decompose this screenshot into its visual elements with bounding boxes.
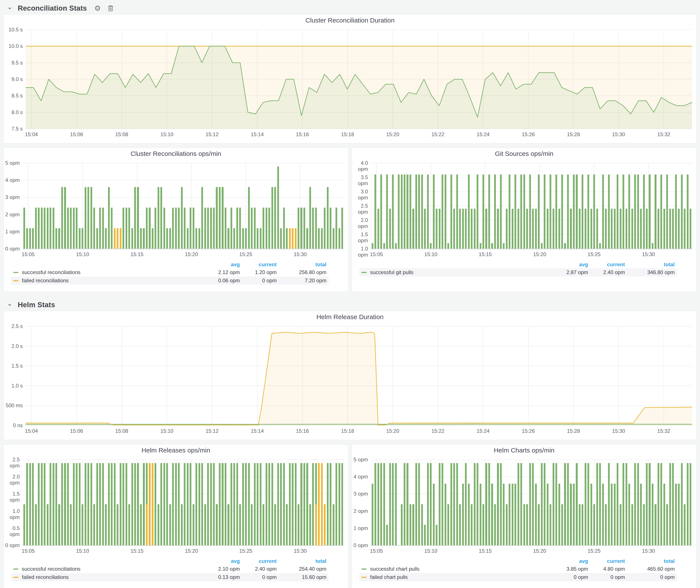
- chevron-down-icon[interactable]: [7, 302, 12, 307]
- x-axis-tick-label: 15:15: [122, 548, 152, 554]
- x-axis-tick-label: 15:20: [524, 251, 555, 257]
- panel-cluster-reconciliations: Cluster Reconciliations ops/min 5 opm4 o…: [3, 148, 348, 292]
- x-axis-tick-label: 15:14: [242, 131, 272, 137]
- legend-row: successful reconciliations 2.10 opm 2.40…: [11, 565, 329, 573]
- y-axis-tick-label: 500 ms: [4, 402, 23, 409]
- stat-avg: 2.87 opm: [551, 269, 588, 275]
- panel-title[interactable]: Helm Release Duration: [4, 311, 696, 323]
- legend-helm-charts: avg current total successful chart pulls…: [359, 557, 689, 581]
- legend-header-total[interactable]: total: [277, 262, 326, 268]
- chart-canvas: [4, 160, 348, 260]
- legend-git-sources: avg current total successful git pulls 2…: [359, 261, 689, 276]
- x-axis-tick-label: 15:05: [361, 251, 392, 257]
- legend-header-avg[interactable]: avg: [203, 558, 240, 564]
- gear-icon[interactable]: ⚙: [94, 5, 101, 12]
- y-axis-tick-label: 1 opm: [352, 525, 368, 531]
- section-header-reconciliation-stats[interactable]: Reconciliation Stats ⚙: [3, 0, 697, 14]
- legend-series-label[interactable]: failed chart pulls: [370, 574, 408, 580]
- y-axis-tick-label: 4.0 opm: [352, 160, 368, 172]
- y-axis-tick-label: 9.5 s: [4, 60, 23, 66]
- panel-title[interactable]: Helm Releases ops/min: [4, 444, 348, 456]
- legend-series-label[interactable]: failed reconciliations: [22, 278, 69, 284]
- x-axis-tick-label: 15:10: [416, 251, 446, 257]
- y-axis-tick-label: 5 opm: [4, 160, 20, 166]
- stat-total: 254.40 opm: [277, 566, 326, 572]
- y-axis-tick-label: 2.0 opm: [352, 217, 368, 229]
- panel-cluster-reconciliation-duration: Cluster Reconciliation Duration 10.5 s10…: [3, 14, 697, 143]
- section-title: Helm Stats: [18, 301, 55, 309]
- y-axis-tick-label: 1.0 opm: [4, 508, 20, 520]
- cluster-reconciliation-duration-chart[interactable]: 10.5 s10.0 s9.5 s9.0 s8.5 s8.0 s7.5 s15:…: [4, 26, 696, 140]
- stat-avg: 0 opm: [551, 574, 588, 580]
- x-axis-tick-label: 15:25: [231, 548, 261, 554]
- x-axis-tick-label: 15:06: [61, 131, 92, 137]
- series-marker-green: [13, 272, 18, 273]
- panel-title[interactable]: Helm Charts ops/min: [352, 444, 696, 456]
- legend-header-avg[interactable]: avg: [203, 262, 240, 268]
- stat-avg: 0.06 opm: [203, 278, 240, 284]
- stat-current: 0 opm: [240, 574, 277, 580]
- stat-total: 15.60 opm: [277, 574, 326, 580]
- legend-series-label[interactable]: successful reconciliations: [22, 566, 81, 572]
- y-axis-tick-label: 0 opm: [4, 246, 20, 252]
- panel-title[interactable]: Cluster Reconciliation Duration: [4, 15, 696, 26]
- y-axis-tick-label: 8.5 s: [4, 93, 23, 99]
- legend-header-total[interactable]: total: [625, 558, 675, 564]
- section-title: Reconciliation Stats: [18, 4, 87, 12]
- x-axis-tick-label: 15:10: [152, 428, 182, 434]
- legend-header-current[interactable]: current: [240, 558, 277, 564]
- legend-header-total[interactable]: total: [625, 262, 675, 268]
- x-axis-tick-label: 15:05: [361, 548, 392, 554]
- legend-header-current[interactable]: current: [588, 558, 625, 564]
- x-axis-tick-label: 15:30: [633, 548, 664, 554]
- legend-header-current[interactable]: current: [240, 262, 277, 268]
- trash-icon[interactable]: [107, 5, 114, 12]
- legend-row: successful chart pulls 3.85 opm 4.80 opm…: [359, 565, 677, 573]
- section-header-helm-stats[interactable]: Helm Stats: [3, 297, 697, 311]
- x-axis-tick-label: 15:24: [468, 428, 498, 434]
- chart-canvas: [4, 26, 696, 140]
- legend-header-total[interactable]: total: [277, 558, 326, 564]
- y-axis-tick-label: 2.5 opm: [4, 457, 20, 469]
- legend-header-current[interactable]: current: [588, 262, 625, 268]
- x-axis-tick-label: 15:14: [242, 428, 272, 434]
- cluster-reconciliations-chart[interactable]: 5 opm4 opm3 opm2 opm1 opm0 opm15:0515:10…: [4, 160, 348, 260]
- chart-canvas: [352, 456, 696, 556]
- helm-release-duration-chart[interactable]: 2.5 s2.0 s1.5 s1.0 s500 ms0 ns15:0415:06…: [4, 323, 696, 437]
- legend-header-avg[interactable]: avg: [551, 262, 588, 268]
- x-axis-tick-label: 15:12: [197, 131, 227, 137]
- stat-current: 4.80 opm: [588, 566, 625, 572]
- chevron-down-icon[interactable]: [7, 6, 12, 11]
- panel-helm-release-duration: Helm Release Duration 2.5 s2.0 s1.5 s1.0…: [3, 311, 697, 440]
- x-axis-tick-label: 15:26: [513, 428, 544, 434]
- y-axis-tick-label: 0 opm: [352, 542, 368, 548]
- y-axis-tick-label: 10.5 s: [4, 27, 23, 33]
- y-axis-tick-label: 0 opm: [4, 542, 20, 548]
- legend-header-avg[interactable]: avg: [551, 558, 588, 564]
- x-axis-tick-label: 15:12: [197, 428, 227, 434]
- legend-row: failed reconciliations 0.13 opm 0 opm 15…: [11, 573, 329, 581]
- legend-series-label[interactable]: failed reconciliations: [22, 574, 69, 580]
- legend-row: successful reconciliations 2.12 opm 1.20…: [11, 268, 329, 276]
- y-axis-tick-label: 1.5 opm: [352, 231, 368, 244]
- stat-current: 0 opm: [240, 278, 277, 284]
- x-axis-tick-label: 15:10: [416, 548, 446, 554]
- stat-total: 7.20 opm: [277, 278, 326, 284]
- x-axis-tick-label: 15:22: [423, 428, 453, 434]
- legend-row: failed reconciliations 0.06 opm 0 opm 7.…: [11, 276, 329, 285]
- x-axis-tick-label: 15:04: [16, 131, 47, 137]
- panel-title[interactable]: Cluster Reconciliations ops/min: [4, 148, 348, 160]
- helm-charts-chart[interactable]: 5 opm4 opm3 opm2 opm1 opm0 opm15:0515:10…: [352, 456, 696, 556]
- legend-series-label[interactable]: successful reconciliations: [22, 269, 81, 275]
- x-axis-tick-label: 15:15: [470, 251, 500, 257]
- panel-title[interactable]: Git Sources ops/min: [352, 148, 696, 160]
- stat-total: 256.80 opm: [277, 269, 326, 275]
- legend-series-label[interactable]: successful git pulls: [370, 269, 413, 275]
- x-axis-tick-label: 15:25: [579, 251, 609, 257]
- git-sources-chart[interactable]: 4.0 opm3.5 opm3.0 opm2.5 opm2.0 opm1.5 o…: [352, 160, 696, 260]
- x-axis-tick-label: 15:10: [67, 251, 98, 257]
- stat-total: 0 opm: [625, 574, 675, 580]
- x-axis-tick-label: 15:20: [176, 251, 206, 257]
- helm-releases-chart[interactable]: 2.5 opm2.0 opm1.5 opm1.0 opm0.5 opm0 opm…: [4, 456, 348, 556]
- legend-series-label[interactable]: successful chart pulls: [370, 566, 419, 572]
